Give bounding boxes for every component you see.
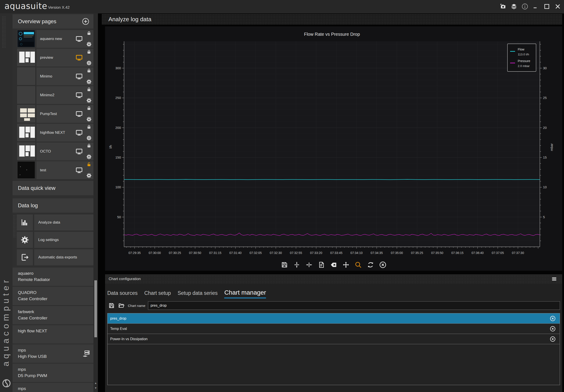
monitor-icon[interactable] xyxy=(75,91,83,99)
page-thumbnail[interactable] xyxy=(17,143,35,160)
maximize-button[interactable] xyxy=(543,3,550,10)
svg-text:10: 10 xyxy=(543,185,547,189)
gear-icon[interactable] xyxy=(86,135,92,141)
gear-icon[interactable] xyxy=(86,41,92,47)
device-item[interactable]: farbwerk Case Controller xyxy=(13,306,93,324)
data-log-item[interactable]: Analyze data xyxy=(17,215,93,230)
report-button[interactable] xyxy=(318,261,325,269)
gear-icon[interactable] xyxy=(86,60,92,66)
gear-icon[interactable] xyxy=(86,97,92,104)
lock-icon[interactable] xyxy=(86,106,92,111)
layers-button[interactable] xyxy=(510,3,518,10)
camera-plus-button[interactable] xyxy=(499,3,507,10)
data-log-item[interactable]: Automatic data exports xyxy=(17,249,93,265)
overview-page-item[interactable]: OCTO xyxy=(17,143,93,160)
lock-open-icon[interactable] xyxy=(86,162,92,167)
data-log-item-label: Analyze data xyxy=(38,220,60,225)
device-item[interactable]: high flow NEXT xyxy=(13,325,93,344)
device-item[interactable]: mps High Flow USB xyxy=(13,344,93,363)
data-log-item[interactable]: Log settings xyxy=(17,232,93,248)
refresh-button[interactable] xyxy=(367,261,374,269)
overview-page-item[interactable]: aquaero new xyxy=(17,30,93,48)
delete-chart-button[interactable] xyxy=(550,336,556,342)
lock-icon[interactable] xyxy=(86,49,92,54)
close-button[interactable] xyxy=(554,3,561,10)
info-button[interactable] xyxy=(521,3,528,10)
page-thumbnail[interactable] xyxy=(17,124,35,141)
minimize-button[interactable] xyxy=(532,3,539,10)
scrollbar-thumb[interactable] xyxy=(94,280,97,337)
overview-page-item[interactable]: preview xyxy=(17,49,93,67)
lock-icon[interactable] xyxy=(86,124,92,130)
data-log-label: Data log xyxy=(18,202,38,209)
tab-chart-setup[interactable]: Chart setup xyxy=(144,290,171,299)
backspace-button[interactable] xyxy=(330,261,337,269)
lock-icon[interactable] xyxy=(86,143,92,148)
delete-chart-button[interactable] xyxy=(550,326,556,332)
svg-text:200: 200 xyxy=(115,126,121,130)
menu-icon[interactable] xyxy=(551,276,557,282)
app-logo: aquasuite xyxy=(4,1,47,11)
device-item[interactable]: aquaero Remote Radiator xyxy=(13,268,93,286)
load-chart-button[interactable] xyxy=(118,302,125,309)
data-quick-view-label: Data quick view xyxy=(18,185,56,191)
tab-chart-manager[interactable]: Chart manager xyxy=(224,289,266,298)
delete-chart-button[interactable] xyxy=(550,315,556,321)
tab-data-sources[interactable]: Data sources xyxy=(107,290,138,299)
scroll-down-arrow[interactable]: ▼ xyxy=(94,387,97,389)
sidebar-scrollbar[interactable]: ▲ ▼ xyxy=(93,14,98,392)
move-button[interactable] xyxy=(342,261,350,269)
saved-chart-row[interactable]: Power-In vs Dissipation xyxy=(108,334,560,344)
overview-page-item[interactable]: Minimo2 xyxy=(17,86,93,104)
device-name: high flow NEXT xyxy=(18,328,93,334)
device-item[interactable]: mps D5 Pump PWM xyxy=(13,364,93,382)
page-thumbnail[interactable] xyxy=(17,86,35,104)
overview-page-item[interactable]: Minimo xyxy=(17,68,93,85)
add-page-button[interactable] xyxy=(82,18,89,25)
drag-handle[interactable] xyxy=(2,16,6,48)
svg-text:Flow: Flow xyxy=(518,48,524,51)
overview-page-item[interactable]: PumpTest xyxy=(17,105,93,123)
device-item[interactable]: QUADRO Case Controller xyxy=(13,287,93,305)
page-thumbnail[interactable] xyxy=(17,30,35,47)
monitor-icon[interactable] xyxy=(75,148,83,155)
monitor-icon[interactable] xyxy=(75,166,83,174)
monitor-icon[interactable] xyxy=(75,110,83,118)
svg-text:07:32:05: 07:32:05 xyxy=(250,251,262,255)
app-version: Version X.42 xyxy=(48,5,70,10)
data-log-items: Analyze data Log settings Automatic data… xyxy=(13,215,93,265)
data-quick-view-header[interactable]: Data quick view xyxy=(13,181,93,195)
collapse-v-button[interactable] xyxy=(293,261,300,269)
chart-name-input[interactable] xyxy=(148,301,560,310)
gear-icon[interactable] xyxy=(86,116,92,122)
monitor-icon[interactable] xyxy=(75,129,83,137)
scroll-up-arrow[interactable]: ▲ xyxy=(94,382,97,384)
tab-setup-data-series[interactable]: Setup data series xyxy=(178,290,217,299)
page-thumbnail[interactable] xyxy=(17,49,35,66)
magnifier-button[interactable] xyxy=(354,261,362,269)
page-thumbnail[interactable] xyxy=(17,105,35,122)
monitor-icon[interactable] xyxy=(75,54,83,62)
saved-chart-row[interactable]: pres_drop xyxy=(108,313,560,324)
device-name: aquaero xyxy=(18,270,93,277)
gear-icon[interactable] xyxy=(86,154,92,160)
gear-icon[interactable] xyxy=(86,79,92,85)
save-chart-button[interactable] xyxy=(108,302,115,309)
lock-icon[interactable] xyxy=(86,87,92,92)
collapse-h-button[interactable] xyxy=(305,261,313,269)
save-button[interactable] xyxy=(281,261,288,269)
page-thumbnail[interactable] xyxy=(17,161,35,179)
gear-icon[interactable] xyxy=(86,172,92,179)
device-item[interactable]: mps Pressure 100 xyxy=(13,383,93,392)
saved-chart-row[interactable]: Temp Eval xyxy=(108,324,560,334)
monitor-icon[interactable] xyxy=(75,35,83,43)
lock-icon[interactable] xyxy=(86,68,92,73)
page-thumbnail[interactable] xyxy=(17,68,35,85)
data-log-header[interactable]: Data log xyxy=(13,198,93,213)
cancel-button[interactable] xyxy=(379,261,386,269)
chart-canvas[interactable]: 501001502002503005101520253007:29:3507:3… xyxy=(105,26,562,259)
overview-page-item[interactable]: highflow NEXT xyxy=(17,124,93,142)
overview-page-item[interactable]: test xyxy=(17,161,93,179)
monitor-icon[interactable] xyxy=(75,72,83,81)
lock-icon[interactable] xyxy=(86,30,92,36)
